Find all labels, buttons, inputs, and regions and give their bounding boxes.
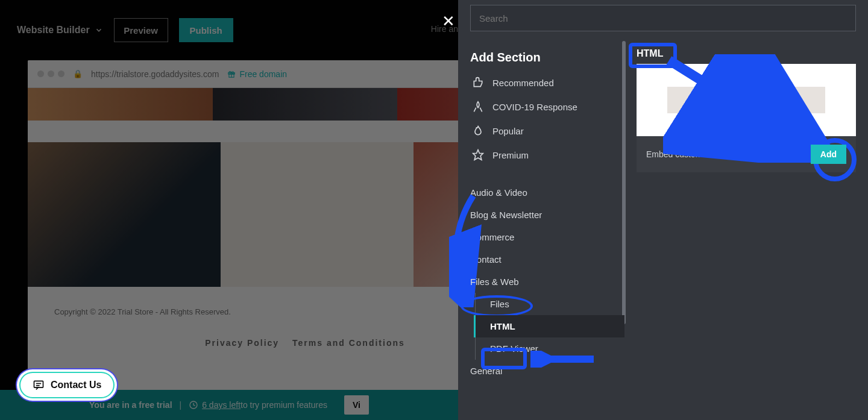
view-plans-button[interactable]: Vi xyxy=(344,395,369,415)
category-column: Add Section Recommended COVID-19 Respons… xyxy=(458,35,624,420)
clock-icon xyxy=(189,400,198,410)
sub-files[interactable]: Files xyxy=(476,293,624,315)
chat-icon xyxy=(33,379,45,391)
contact-us-button[interactable]: Contact Us xyxy=(17,369,117,401)
cat-recommended[interactable]: Recommended xyxy=(458,71,624,95)
flame-icon xyxy=(472,125,484,137)
ribbon-icon xyxy=(472,101,484,113)
svg-marker-7 xyxy=(473,150,483,160)
thumbs-up-icon xyxy=(472,77,484,89)
cat-audio-video[interactable]: Audio & Video xyxy=(458,181,624,204)
terms-link[interactable]: Terms and Conditions xyxy=(292,338,405,348)
cat-popular[interactable]: Popular xyxy=(458,119,624,143)
section-preview: /* Code will render here */ xyxy=(637,64,856,136)
detail-description: Embed custom code on the page xyxy=(646,149,770,159)
app-switcher[interactable]: Website Builder xyxy=(17,25,103,36)
cat-contact[interactable]: Contact xyxy=(458,248,624,271)
panel-title: Add Section xyxy=(458,51,624,71)
cat-premium[interactable]: Premium xyxy=(458,143,624,167)
window-dots xyxy=(37,71,64,77)
star-icon xyxy=(472,149,484,161)
privacy-link[interactable]: Privacy Policy xyxy=(205,338,279,348)
cat-blog-newsletter[interactable]: Blog & Newsletter xyxy=(458,204,624,226)
preview-button[interactable]: Preview xyxy=(114,18,168,42)
trial-days-tail: to try premium features xyxy=(241,400,327,410)
detail-column: HTML /* Code will render here */ Embed c… xyxy=(624,35,868,420)
add-button[interactable]: Add xyxy=(811,145,846,164)
close-icon[interactable]: ✕ xyxy=(442,12,455,31)
site-url: https://trialstore.godaddysites.com xyxy=(91,69,219,79)
preview-hint: /* Code will render here */ xyxy=(667,87,825,113)
cat-covid[interactable]: COVID-19 Response xyxy=(458,95,624,119)
publish-button[interactable]: Publish xyxy=(179,18,233,42)
chevron-down-icon xyxy=(95,26,103,34)
trial-status: You are in a free trial xyxy=(89,400,172,410)
sub-pdf-viewer[interactable]: PDF Viewer xyxy=(476,337,624,360)
gift-icon xyxy=(227,70,236,78)
cat-commerce[interactable]: Commerce xyxy=(458,226,624,248)
search-box[interactable] xyxy=(470,5,856,31)
cat-general[interactable]: General xyxy=(458,360,624,382)
app-label: Website Builder xyxy=(17,25,90,36)
free-domain-link[interactable]: Free domain xyxy=(227,69,287,79)
svg-rect-4 xyxy=(34,381,43,387)
search-input[interactable] xyxy=(471,5,855,31)
lock-icon: 🔒 xyxy=(73,69,83,78)
contact-us-label: Contact Us xyxy=(51,380,101,390)
cat-files-web[interactable]: Files & Web xyxy=(458,271,624,293)
trial-days-link[interactable]: 6 days left xyxy=(202,400,241,410)
add-section-panel: Add Section Recommended COVID-19 Respons… xyxy=(458,0,868,420)
sub-html[interactable]: HTML xyxy=(474,315,624,337)
detail-heading: HTML xyxy=(637,48,663,59)
